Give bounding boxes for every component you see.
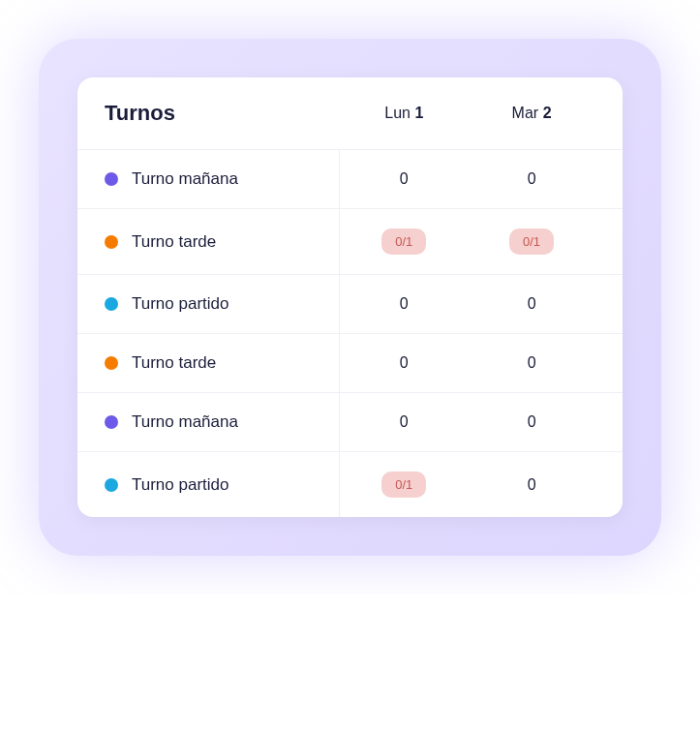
- day-label: Lun: [384, 105, 411, 121]
- value-cell[interactable]: 0: [468, 413, 595, 431]
- day-number: 2: [543, 105, 552, 121]
- shift-label: Turno mañana: [132, 169, 238, 189]
- table-row[interactable]: Turno tarde00: [77, 333, 623, 392]
- color-dot-icon: [105, 356, 118, 370]
- status-badge: 0/1: [381, 471, 426, 498]
- table-row[interactable]: Turno partido0/10: [77, 451, 623, 517]
- value-cell[interactable]: 0: [340, 295, 468, 313]
- shift-label: Turno tarde: [132, 232, 216, 252]
- value-cell[interactable]: 0: [468, 295, 595, 313]
- color-dot-icon: [105, 415, 118, 429]
- value-cell[interactable]: 0: [468, 476, 595, 494]
- status-badge: 0/1: [509, 228, 554, 255]
- table-row[interactable]: Turno tarde0/10/1: [77, 208, 623, 274]
- table-title: Turnos: [105, 101, 340, 126]
- shift-info: Turno mañana: [105, 412, 340, 432]
- shift-label: Turno tarde: [132, 353, 216, 373]
- shifts-card: Turnos Lun 1 Mar 2 Turno mañana00Turno t…: [77, 77, 623, 517]
- day-number: 1: [414, 105, 423, 121]
- table-row[interactable]: Turno mañana00: [77, 392, 623, 451]
- value-cell[interactable]: 0/1: [340, 471, 468, 498]
- value-cell[interactable]: 0/1: [340, 228, 468, 255]
- value-cell[interactable]: 0: [340, 413, 468, 431]
- shift-info: Turno partido: [105, 475, 340, 495]
- value-cell[interactable]: 0: [468, 354, 595, 372]
- color-dot-icon: [105, 297, 118, 311]
- shift-info: Turno tarde: [105, 232, 340, 252]
- outer-container: Turnos Lun 1 Mar 2 Turno mañana00Turno t…: [39, 39, 661, 556]
- shift-info: Turno partido: [105, 294, 340, 314]
- day-header-1: Mar 2: [468, 105, 595, 122]
- color-dot-icon: [105, 478, 118, 492]
- value-cell[interactable]: 0/1: [468, 228, 595, 255]
- shift-label: Turno mañana: [132, 412, 238, 432]
- table-row[interactable]: Turno mañana00: [77, 149, 623, 208]
- shift-info: Turno tarde: [105, 353, 340, 373]
- status-badge: 0/1: [381, 228, 426, 255]
- shifts-table: Turnos Lun 1 Mar 2 Turno mañana00Turno t…: [77, 77, 623, 517]
- value-cell[interactable]: 0: [340, 170, 468, 188]
- value-cell[interactable]: 0: [468, 170, 595, 188]
- table-header: Turnos Lun 1 Mar 2: [77, 77, 623, 149]
- table-row[interactable]: Turno partido00: [77, 274, 623, 333]
- value-cell[interactable]: 0: [340, 354, 468, 372]
- day-label: Mar: [512, 105, 539, 121]
- shift-label: Turno partido: [132, 294, 228, 314]
- color-dot-icon: [105, 172, 118, 186]
- color-dot-icon: [105, 235, 118, 249]
- shift-label: Turno partido: [132, 475, 228, 495]
- shift-info: Turno mañana: [105, 169, 340, 189]
- day-header-0: Lun 1: [340, 105, 468, 122]
